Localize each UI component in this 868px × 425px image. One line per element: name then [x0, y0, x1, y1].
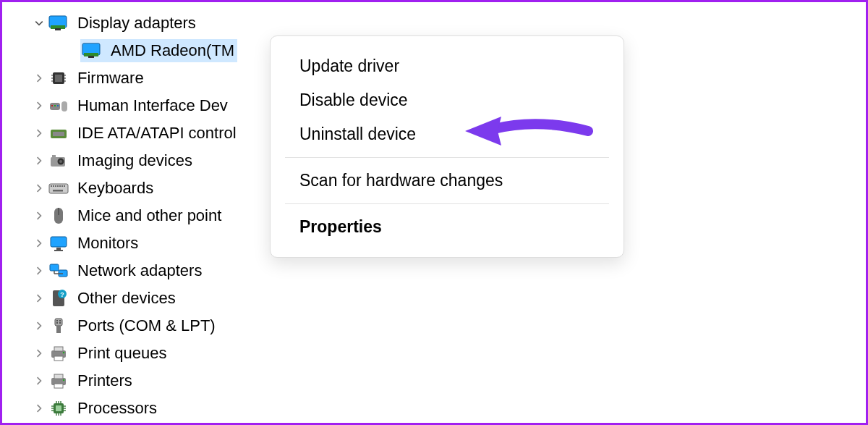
port-icon — [47, 316, 70, 336]
chevron-right-icon[interactable] — [31, 101, 47, 110]
tree-item-printers[interactable]: Printers — [31, 367, 866, 395]
svg-point-59 — [63, 379, 64, 381]
tree-item-label: Mice and other point — [77, 203, 221, 229]
tree-item-other[interactable]: ? Other devices — [31, 285, 866, 312]
svg-point-48 — [56, 320, 58, 321]
svg-rect-47 — [56, 326, 61, 333]
svg-rect-32 — [64, 185, 65, 187]
svg-point-23 — [59, 160, 62, 163]
chevron-right-icon[interactable] — [31, 129, 47, 138]
svg-text:?: ? — [60, 291, 64, 298]
unknown-device-icon: ? — [47, 288, 70, 308]
menu-separator — [285, 157, 609, 158]
tree-item-label: Firmware — [77, 65, 144, 91]
svg-rect-27 — [53, 185, 54, 187]
tree-item-label: Printers — [77, 368, 132, 394]
svg-rect-18 — [61, 101, 67, 111]
chevron-right-icon[interactable] — [31, 349, 47, 358]
tree-item-label: Imaging devices — [77, 148, 192, 174]
tree-item-label: Network adapters — [77, 258, 202, 284]
svg-point-15 — [51, 105, 53, 106]
tree-item-processors[interactable]: Processors — [31, 395, 866, 422]
tree-item-label: Processors — [77, 395, 157, 421]
menu-item-update-driver[interactable]: Update driver — [271, 49, 624, 83]
tree-item-label: Display adapters — [77, 10, 196, 36]
menu-item-uninstall-device[interactable]: Uninstall device — [271, 117, 624, 151]
monitor-icon — [47, 233, 70, 253]
context-menu: Update driver Disable device Uninstall d… — [270, 35, 624, 258]
tree-item-label: AMD Radeon(TM — [111, 38, 234, 64]
chevron-right-icon[interactable] — [31, 239, 47, 248]
svg-rect-30 — [59, 185, 61, 187]
svg-rect-36 — [51, 237, 67, 247]
svg-rect-28 — [55, 185, 56, 187]
keyboard-icon — [47, 178, 70, 198]
svg-rect-2 — [55, 28, 61, 30]
tree-item-print-queues[interactable]: Print queues — [31, 340, 866, 367]
tree-item-label: Other devices — [77, 285, 176, 311]
svg-point-51 — [59, 322, 61, 324]
svg-point-50 — [56, 322, 58, 324]
tree-item-label: Ports (COM & LPT) — [77, 313, 216, 339]
svg-rect-29 — [57, 185, 59, 187]
svg-rect-20 — [53, 132, 64, 136]
display-adapter-icon — [80, 41, 103, 61]
ide-icon — [47, 123, 70, 143]
svg-rect-33 — [53, 190, 63, 192]
firmware-icon — [47, 68, 70, 88]
svg-rect-54 — [54, 356, 63, 361]
chevron-right-icon[interactable] — [31, 321, 47, 330]
tree-item-network[interactable]: Network adapters — [31, 257, 866, 285]
display-adapter-icon — [47, 13, 70, 33]
chevron-right-icon[interactable] — [31, 294, 47, 303]
menu-separator — [285, 203, 609, 204]
svg-point-49 — [59, 320, 61, 321]
tree-item-label: Keyboards — [77, 175, 153, 201]
svg-rect-31 — [61, 185, 63, 187]
chevron-right-icon[interactable] — [31, 184, 47, 193]
svg-rect-46 — [55, 319, 62, 326]
hid-icon — [47, 96, 70, 116]
tree-item-label: Human Interface Dev — [77, 93, 228, 119]
svg-rect-38 — [54, 250, 63, 251]
svg-rect-24 — [52, 155, 56, 158]
menu-item-scan-hardware[interactable]: Scan for hardware changes — [271, 164, 624, 198]
tree-item-label: Monitors — [77, 230, 138, 256]
camera-icon — [47, 151, 70, 171]
svg-point-17 — [57, 105, 59, 106]
svg-rect-58 — [54, 384, 63, 388]
svg-rect-25 — [49, 184, 68, 193]
svg-rect-26 — [51, 185, 52, 187]
tree-item-ports[interactable]: Ports (COM & LPT) — [31, 312, 866, 340]
network-icon — [47, 261, 70, 281]
svg-point-55 — [63, 352, 64, 353]
svg-rect-61 — [56, 405, 61, 411]
tree-item-display-adapters[interactable]: Display adapters — [31, 9, 866, 37]
svg-rect-7 — [55, 75, 62, 82]
chevron-right-icon[interactable] — [31, 404, 47, 413]
svg-rect-53 — [54, 347, 63, 351]
printer-icon — [47, 371, 70, 391]
svg-rect-5 — [88, 56, 94, 58]
mouse-icon — [47, 206, 70, 226]
printer-icon — [47, 343, 70, 363]
menu-item-disable-device[interactable]: Disable device — [271, 83, 624, 117]
svg-rect-57 — [54, 374, 63, 379]
svg-rect-39 — [50, 264, 59, 271]
chevron-down-icon[interactable] — [31, 19, 47, 28]
chevron-right-icon[interactable] — [31, 376, 47, 385]
chevron-right-icon[interactable] — [31, 74, 47, 83]
tree-item-label: IDE ATA/ATAPI control — [77, 120, 237, 146]
svg-point-16 — [54, 105, 56, 106]
chevron-right-icon[interactable] — [31, 211, 47, 220]
svg-rect-37 — [56, 248, 61, 250]
menu-item-properties[interactable]: Properties — [271, 210, 624, 244]
chevron-right-icon[interactable] — [31, 266, 47, 275]
chevron-right-icon[interactable] — [31, 156, 47, 165]
processor-icon — [47, 398, 70, 418]
tree-item-label: Print queues — [77, 340, 167, 366]
